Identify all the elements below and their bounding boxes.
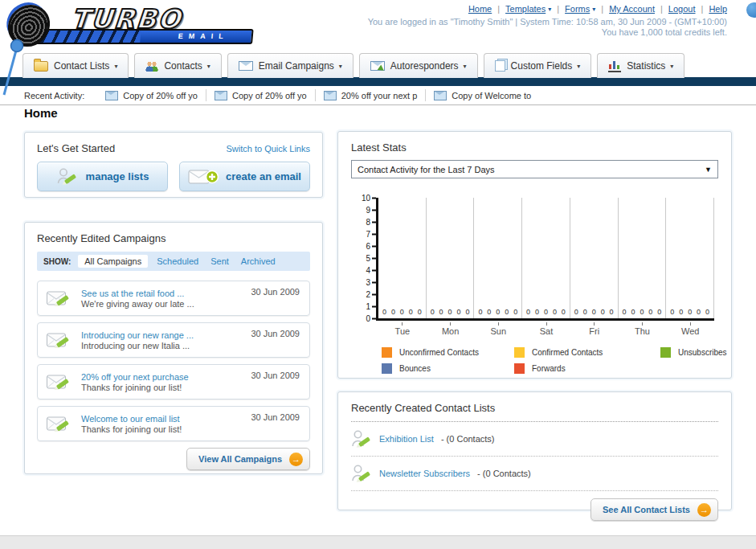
x-axis-label: Fri <box>570 322 619 336</box>
campaign-title-link[interactable]: Welcome to our email list <box>81 414 182 424</box>
header-nav-link[interactable]: Home <box>468 4 492 14</box>
campaign-row[interactable]: See us at the retail food ... We're givi… <box>37 281 310 316</box>
y-axis-tick: 1 <box>366 302 376 311</box>
legend-swatch <box>382 363 392 374</box>
navy-divider-bar <box>0 77 756 86</box>
get-started-title: Let's Get Started <box>37 142 115 154</box>
y-axis-tick: 3 <box>366 278 376 287</box>
stats-period-select[interactable]: Contact Activity for the Last 7 Days ▼ <box>351 160 718 178</box>
folder-icon <box>34 61 48 72</box>
create-an-email-button[interactable]: create an email <box>179 162 310 191</box>
campaign-subtitle: Thanks for joining our list! <box>81 383 189 392</box>
envelope-arrow-icon <box>370 61 385 71</box>
contact-list-link[interactable]: Exhibition List <box>379 434 434 444</box>
contact-list-row[interactable]: Exhibition List - (0 Contacts) <box>351 422 718 457</box>
campaign-row[interactable]: Introducing our new range ... Introducin… <box>37 322 310 358</box>
envelope-pencil-icon <box>46 288 73 309</box>
header-nav-link[interactable]: My Account <box>609 4 655 14</box>
legend-label: Unconfirmed Contacts <box>399 348 479 357</box>
header-nav-link[interactable]: Templates <box>505 4 546 14</box>
orange-arrow-icon: → <box>289 453 303 466</box>
header-nav-item-forms[interactable]: Forms ▾ <box>565 4 595 14</box>
campaign-filter-archived[interactable]: Archived <box>241 256 276 266</box>
x-axis-label: Sun <box>474 322 522 336</box>
campaign-filter-sent[interactable]: Sent <box>210 256 229 266</box>
campaign-title-link[interactable]: Introducing our new range ... <box>81 330 194 340</box>
bar-value: 0 <box>456 308 460 316</box>
envelope-icon <box>239 61 253 71</box>
campaign-title-link[interactable]: 20% off your next purchase <box>81 372 189 382</box>
header-nav-link[interactable]: Forms <box>565 4 590 14</box>
legend-swatch <box>382 347 392 358</box>
campaign-subtitle: Thanks for joining our list! <box>81 424 182 434</box>
view-all-campaigns-button[interactable]: View All Campaigns → <box>186 448 310 470</box>
tab-statistics[interactable]: Statistics ▾ <box>597 53 684 78</box>
envelope-icon <box>105 91 118 100</box>
recent-activity-item[interactable]: 20% off your next p <box>316 89 427 101</box>
help-balloon-icon[interactable] <box>746 2 756 18</box>
chevron-down-icon: ▾ <box>592 6 595 13</box>
campaign-filter-scheduled[interactable]: Scheduled <box>157 256 198 266</box>
see-all-contact-lists-label: See All Contact Lists <box>603 505 690 514</box>
tab-email-campaigns[interactable]: Email Campaigns ▾ <box>227 53 353 78</box>
header-nav-link[interactable]: Help <box>709 4 727 14</box>
campaign-subtitle: We're giving away our late ... <box>81 299 194 309</box>
header-nav-item-logout[interactable]: Logout <box>668 4 696 14</box>
get-started-panel: Let's Get Started Switch to Quick Links … <box>24 132 323 198</box>
logo-title: TURBO <box>70 7 255 31</box>
latest-stats-title: Latest Stats <box>351 141 718 154</box>
manage-lists-button[interactable]: manage lists <box>37 162 168 191</box>
switch-to-quick-links-link[interactable]: Switch to Quick Links <box>226 144 310 154</box>
x-axis-label: Thu <box>619 322 667 336</box>
view-all-campaigns-label: View All Campaigns <box>198 454 282 464</box>
campaign-title-link[interactable]: See us at the retail food ... <box>81 289 194 298</box>
tab-autoresponders[interactable]: Autoresponders ▾ <box>359 53 478 78</box>
chevron-down-icon: ▾ <box>339 63 342 70</box>
bar-value: 0 <box>553 308 557 316</box>
tab-contact-lists[interactable]: Contact Lists ▾ <box>22 53 129 78</box>
campaign-row[interactable]: 20% off your next purchase Thanks for jo… <box>37 364 310 399</box>
bar-value: 0 <box>478 308 482 316</box>
legend-item: Bounces <box>382 363 514 374</box>
campaign-row[interactable]: Welcome to our email list Thanks for joi… <box>37 406 310 441</box>
recent-activity-item[interactable]: Copy of Welcome to <box>426 89 539 101</box>
bar-value-labels: 00000 <box>572 308 616 316</box>
contact-list-link[interactable]: Newsletter Subscribers <box>379 469 470 478</box>
see-all-contact-lists-button[interactable]: See All Contact Lists → <box>590 498 718 521</box>
recent-activity-item[interactable]: Copy of 20% off yo <box>206 89 316 101</box>
recent-activity-item-label: Copy of Welcome to <box>452 91 531 100</box>
contact-list-count: - (0 Contacts) <box>441 434 495 444</box>
credits-text: You have 1,000 total credits left. <box>602 27 727 37</box>
header-nav-item-home[interactable]: Home <box>468 4 492 14</box>
separator: | <box>497 4 500 14</box>
campaign-filter-all-campaigns[interactable]: All Campaigns <box>78 255 148 268</box>
recent-activity-item-label: 20% off your next p <box>341 91 418 100</box>
header-nav-item-help[interactable]: Help <box>709 4 727 14</box>
bar-value: 0 <box>391 308 395 316</box>
recent-activity-bar: Recent Activity: Copy of 20% off yo Copy… <box>0 86 756 105</box>
campaign-date: 30 Jun 2009 <box>251 412 300 422</box>
tab-custom-fields[interactable]: Custom Fields ▾ <box>484 53 592 78</box>
chart-day-group: 00000 <box>378 198 427 318</box>
turbo-email-logo: TURBO EMAIL <box>6 5 256 47</box>
recent-activity-item[interactable]: Copy of 20% off yo <box>97 89 206 101</box>
envelope-pencil-icon <box>46 371 73 393</box>
y-axis-tick: 5 <box>366 254 376 263</box>
header-nav-item-templates[interactable]: Templates ▾ <box>505 4 551 14</box>
contact-list-row[interactable]: Newsletter Subscribers - (0 Contacts) <box>351 457 718 491</box>
recently-created-contact-lists-panel: Recently Created Contact Lists Exhibitio… <box>337 391 732 510</box>
campaign-date: 30 Jun 2009 <box>251 371 300 380</box>
chevron-down-icon: ▼ <box>705 166 712 174</box>
bar-value: 0 <box>439 308 443 316</box>
chart-y-axis: 0 1 2 3 4 5 6 7 8 9 10 <box>354 198 376 318</box>
bar-value-labels: 00000 <box>524 308 568 316</box>
show-label: SHOW: <box>43 257 71 266</box>
bar-value: 0 <box>431 308 435 316</box>
tab-contacts[interactable]: Contacts ▾ <box>134 53 221 78</box>
bar-value: 0 <box>574 308 578 316</box>
envelope-pencil-icon <box>46 413 73 435</box>
header-nav-link[interactable]: Logout <box>668 4 696 14</box>
y-axis-tick: 7 <box>366 230 376 239</box>
header-nav-item-my-account[interactable]: My Account <box>609 4 655 14</box>
tab-label: Autoresponders <box>390 60 459 72</box>
